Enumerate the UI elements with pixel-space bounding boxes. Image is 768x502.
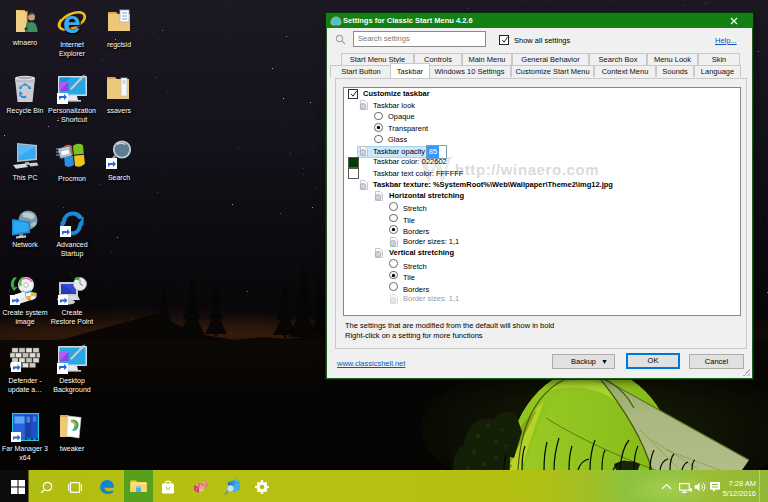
svg-text:e: e xyxy=(63,6,81,35)
